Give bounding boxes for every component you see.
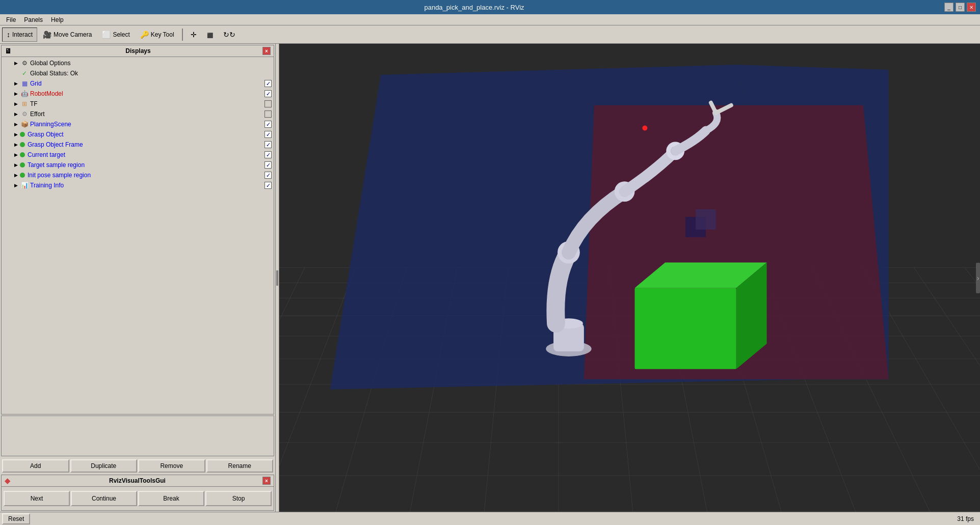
break-button[interactable]: Break [138, 491, 204, 506]
expander-tf[interactable]: ▶ [12, 100, 20, 108]
main-content: 🖥 Displays × ▶ ⚙ Global Options ✓ Global… [0, 44, 980, 512]
tree-item-grid[interactable]: ▶ ▦ Grid [3, 78, 273, 89]
tree-item-effort[interactable]: ▶ ⚙ Effort [3, 109, 273, 119]
tree-item-planning-scene[interactable]: ▶ 📦 PlanningScene [3, 119, 273, 129]
tree-item-target-sample[interactable]: ▶ Target sample region [3, 160, 273, 170]
add-button[interactable]: Add [2, 459, 69, 473]
move-icon [191, 31, 197, 39]
properties-area [1, 416, 274, 456]
menu-help[interactable]: Help [47, 15, 68, 24]
left-panel: 🖥 Displays × ▶ ⚙ Global Options ✓ Global… [0, 44, 275, 512]
label-tf: TF [29, 100, 264, 107]
tree-item-current-target[interactable]: ▶ Current target [3, 150, 273, 160]
displays-tree[interactable]: ▶ ⚙ Global Options ✓ Global Status: Ok ▶… [2, 57, 274, 414]
checkbox-grasp-object-frame[interactable] [264, 141, 272, 148]
toolbar-rotate-button[interactable]: ↻ [219, 27, 240, 42]
restore-button[interactable]: □ [956, 3, 965, 12]
select-icon: ⬜ [102, 31, 111, 39]
stop-button[interactable]: Stop [205, 491, 272, 506]
move-camera-button[interactable]: 🎥 Move Camera [38, 27, 96, 42]
label-planning-scene: PlanningScene [29, 121, 264, 128]
tree-item-global-status[interactable]: ✓ Global Status: Ok [3, 68, 273, 78]
expander-target-sample[interactable]: ▶ [12, 161, 20, 169]
checkbox-target-sample[interactable] [264, 161, 272, 169]
menu-panels[interactable]: Panels [20, 15, 47, 24]
label-effort: Effort [29, 110, 264, 118]
checkbox-current-target[interactable] [264, 151, 272, 158]
tree-item-grasp-object[interactable]: ▶ Grasp Object [3, 129, 273, 140]
checkbox-tf[interactable] [264, 100, 272, 107]
tree-item-tf[interactable]: ▶ ⊞ TF [3, 99, 273, 109]
label-grasp-object: Grasp Object [27, 131, 264, 138]
tree-item-grasp-object-frame[interactable]: ▶ Grasp Object Frame [3, 140, 273, 150]
svg-point-43 [642, 126, 647, 131]
expander-grasp-object[interactable]: ▶ [12, 130, 20, 139]
right-panel-arrow: › [977, 274, 979, 282]
expander-global-options[interactable]: ▶ [12, 59, 20, 67]
toolbar-scale-button[interactable] [202, 27, 218, 42]
icon-planning-scene: 📦 [20, 120, 29, 129]
checkbox-grid[interactable] [264, 80, 272, 87]
checkbox-effort[interactable] [264, 110, 272, 118]
tree-item-init-pose[interactable]: ▶ Init pose sample region [3, 170, 273, 180]
displays-panel-header: 🖥 Displays × [2, 45, 274, 57]
icon-training-info: 📊 [20, 181, 29, 190]
icon-grid: ▦ [20, 79, 29, 88]
displays-panel-title: Displays [125, 47, 150, 54]
rviz-panel-title: RvizVisualToolsGui [109, 477, 166, 484]
tree-item-robot-model[interactable]: ▶ 🤖 RobotModel [3, 89, 273, 99]
checkbox-training-info[interactable] [264, 182, 272, 189]
camera-icon: 🎥 [43, 31, 51, 39]
expander-grid[interactable]: ▶ [12, 79, 20, 88]
label-robot-model: RobotModel [29, 90, 264, 97]
icon-init-pose [20, 173, 25, 178]
rviz-panel-close[interactable]: × [262, 477, 271, 485]
toolbar: Interact 🎥 Move Camera ⬜ Select 🔑 Key To… [0, 25, 980, 44]
action-buttons: Add Duplicate Remove Rename [0, 457, 275, 475]
select-button[interactable]: ⬜ Select [97, 27, 134, 42]
expander-grasp-object-frame[interactable]: ▶ [12, 141, 20, 149]
reset-button[interactable]: Reset [2, 513, 30, 524]
rename-button[interactable]: Rename [206, 459, 274, 473]
title-bar-text: panda_pick_and_place.rviz - RViz [4, 4, 944, 11]
expander-global-status [12, 69, 20, 77]
displays-panel-close[interactable]: × [262, 47, 271, 55]
icon-global-options: ⚙ [20, 59, 29, 68]
status-bar: Reset 31 fps [0, 512, 980, 525]
rviz-visual-tools-panel: ◆ RvizVisualToolsGui × Next Continue Bre… [1, 475, 274, 511]
expander-training-info[interactable]: ▶ [12, 181, 20, 189]
displays-panel-icon: 🖥 [5, 47, 12, 55]
key-tool-button[interactable]: 🔑 Key Tool [136, 27, 179, 42]
expander-robot-model[interactable]: ▶ [12, 90, 20, 98]
3d-viewport[interactable]: › [279, 44, 980, 512]
expander-planning-scene[interactable]: ▶ [12, 120, 20, 128]
toolbar-move-button[interactable] [186, 27, 201, 42]
right-panel-toggle[interactable]: › [976, 263, 980, 293]
icon-effort: ⚙ [20, 109, 29, 119]
expander-init-pose[interactable]: ▶ [12, 171, 20, 179]
next-button[interactable]: Next [4, 491, 70, 506]
checkbox-grasp-object[interactable] [264, 131, 272, 138]
expander-effort[interactable]: ▶ [12, 110, 20, 118]
duplicate-button[interactable]: Duplicate [70, 459, 138, 473]
tree-item-training-info[interactable]: ▶ 📊 Training Info [3, 180, 273, 190]
scale-icon [207, 31, 213, 39]
panel-splitter[interactable] [275, 44, 279, 512]
expander-current-target[interactable]: ▶ [12, 151, 20, 159]
checkbox-init-pose[interactable] [264, 172, 272, 179]
minimize-button[interactable]: _ [944, 3, 953, 12]
splitter-handle [276, 270, 278, 286]
menu-file[interactable]: File [2, 15, 20, 24]
interact-button[interactable]: Interact [2, 27, 37, 42]
svg-rect-29 [634, 288, 736, 369]
interact-icon [7, 31, 10, 39]
checkbox-robot-model[interactable] [264, 90, 272, 97]
checkbox-planning-scene[interactable] [264, 121, 272, 128]
key-icon: 🔑 [140, 31, 149, 39]
continue-button[interactable]: Continue [71, 491, 137, 506]
tree-item-global-options[interactable]: ▶ ⚙ Global Options [3, 58, 273, 68]
close-button[interactable]: ✕ [967, 3, 976, 12]
remove-button[interactable]: Remove [138, 459, 205, 473]
rotate-icon: ↻ [223, 31, 235, 39]
svg-rect-33 [696, 209, 716, 230]
